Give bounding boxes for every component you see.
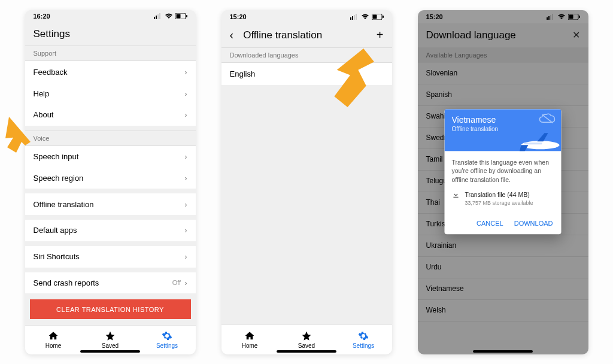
- row-offline-translation[interactable]: Offline translation ›: [25, 193, 196, 215]
- cancel-button[interactable]: CANCEL: [477, 220, 503, 227]
- row-crash-reports[interactable]: Send crash reports Off ›: [25, 272, 196, 294]
- signal-icon: [350, 14, 359, 20]
- home-indicator: [80, 350, 140, 353]
- row-speech-region[interactable]: Speech region ›: [25, 167, 196, 189]
- svg-rect-10: [356, 14, 357, 20]
- svg-rect-13: [372, 14, 377, 19]
- chevron-icon: ›: [184, 68, 187, 77]
- chevron-icon: ›: [184, 252, 187, 261]
- add-button[interactable]: +: [377, 28, 384, 42]
- row-label: Speech input: [34, 152, 79, 161]
- dialog-body-text: Translate this language even when you're…: [452, 158, 554, 184]
- status-icons: [350, 14, 384, 20]
- airplane-icon: [508, 128, 562, 151]
- svg-rect-3: [159, 13, 160, 19]
- tab-home[interactable]: Home: [25, 326, 82, 354]
- star-icon: [301, 330, 312, 341]
- svg-rect-7: [350, 17, 351, 20]
- tab-label: Saved: [102, 342, 119, 349]
- svg-rect-1: [156, 16, 157, 19]
- clear-history-button[interactable]: CLEAR TRANSLATION HISTORY: [30, 299, 191, 319]
- row-english[interactable]: English: [221, 63, 392, 85]
- svg-rect-0: [154, 17, 155, 19]
- tab-label: Settings: [353, 342, 374, 349]
- row-label: English: [230, 69, 256, 78]
- section-header-voice: Voice: [25, 131, 196, 146]
- svg-rect-8: [352, 16, 353, 20]
- svg-rect-23: [524, 142, 542, 144]
- back-button[interactable]: ‹: [230, 28, 234, 42]
- row-label: About: [34, 110, 54, 119]
- dialog-body: Translate this language even when you're…: [445, 151, 562, 214]
- status-bar: 15:20: [221, 10, 392, 23]
- chevron-icon: ›: [184, 278, 187, 287]
- screen-download-language: 15:20 Download language ✕ Available Lang…: [418, 10, 588, 354]
- chevron-icon: ›: [184, 152, 187, 161]
- tab-label: Home: [242, 342, 258, 349]
- tab-settings[interactable]: Settings: [335, 325, 392, 354]
- nav-bar: ‹ Offline translation +: [221, 23, 392, 47]
- file-label: Translation file (44 MB): [465, 190, 533, 199]
- row-about[interactable]: About ›: [25, 104, 196, 126]
- row-help[interactable]: Help ›: [25, 83, 196, 104]
- signal-icon: [154, 13, 162, 19]
- battery-icon: [175, 13, 187, 19]
- row-siri-shortcuts[interactable]: Siri Shortcuts ›: [25, 246, 196, 268]
- chevron-icon: ›: [184, 89, 187, 98]
- off-label: Off: [172, 279, 181, 286]
- svg-rect-6: [176, 14, 180, 19]
- status-bar: 16:20: [25, 10, 196, 23]
- chevron-icon: ›: [184, 110, 187, 119]
- status-time: 15:20: [230, 13, 247, 20]
- svg-rect-9: [354, 15, 355, 20]
- dialog-actions: CANCEL DOWNLOAD: [445, 214, 562, 234]
- gear-icon: [162, 330, 172, 341]
- download-icon: [452, 190, 460, 199]
- row-label: Help: [34, 89, 50, 98]
- tab-label: Settings: [156, 342, 178, 349]
- dialog-header: Vietnamese Offline translation: [445, 109, 562, 151]
- download-dialog: Vietnamese Offline translation Translate…: [445, 109, 562, 234]
- svg-rect-12: [383, 16, 384, 18]
- screen-settings: 16:20 Settings Support Feedback › Help ›…: [25, 10, 196, 354]
- row-label: Send crash reports: [34, 278, 99, 287]
- row-label: Offline translation: [34, 200, 94, 209]
- row-label: Default apps: [34, 226, 77, 235]
- gear-icon: [358, 330, 369, 341]
- svg-rect-2: [157, 14, 159, 19]
- tab-label: Saved: [298, 342, 315, 349]
- battery-icon: [372, 14, 384, 20]
- section-header-support: Support: [25, 46, 196, 61]
- tab-settings[interactable]: Settings: [139, 326, 196, 354]
- tab-label: Home: [45, 342, 62, 349]
- status-time: 16:20: [34, 13, 50, 20]
- chevron-icon: ›: [184, 174, 187, 183]
- storage-label: 33,757 MB storage available: [465, 199, 533, 207]
- chevron-icon: ›: [184, 200, 187, 209]
- row-speech-input[interactable]: Speech input ›: [25, 146, 196, 168]
- row-label: Speech region: [34, 174, 84, 183]
- download-button[interactable]: DOWNLOAD: [514, 220, 553, 227]
- nav-bar: Settings: [25, 23, 196, 46]
- page-title: Settings: [34, 28, 187, 40]
- home-icon: [244, 330, 255, 341]
- home-indicator: [277, 350, 336, 353]
- cloud-off-icon: [539, 113, 557, 125]
- wifi-icon: [165, 13, 173, 19]
- tab-home[interactable]: Home: [221, 325, 278, 354]
- wifi-icon: [361, 14, 369, 20]
- status-icons: [154, 13, 187, 19]
- svg-rect-5: [186, 15, 187, 17]
- row-default-apps[interactable]: Default apps ›: [25, 220, 196, 241]
- screen-offline-translation: 15:20 ‹ Offline translation + Downloaded…: [221, 10, 392, 354]
- section-header-downloaded: Downloaded languages: [221, 47, 392, 63]
- row-label: Feedback: [34, 68, 68, 77]
- row-label: Siri Shortcuts: [34, 252, 80, 261]
- star-icon: [105, 330, 116, 341]
- chevron-icon: ›: [184, 226, 187, 235]
- home-icon: [48, 330, 59, 341]
- home-indicator: [473, 350, 533, 353]
- row-feedback[interactable]: Feedback ›: [25, 61, 196, 83]
- page-title: Offline translation: [243, 29, 367, 41]
